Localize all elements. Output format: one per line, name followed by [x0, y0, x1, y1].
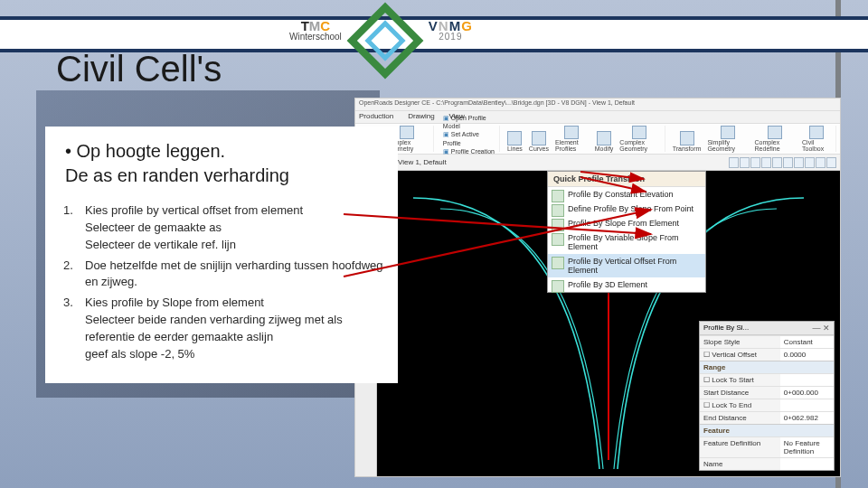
app-window: OpenRoads Designer CE - C:\ProgramData\B… [354, 98, 841, 477]
ribbon-complex2[interactable]: Complex Geometry [618, 126, 660, 152]
close-icon[interactable]: — ✕ [812, 324, 830, 333]
section-range: Range [700, 361, 834, 373]
row-vertical-offset: Vertical Offset0.0000 [700, 348, 834, 361]
set-active-profile[interactable]: Set Active Profile [443, 130, 495, 146]
dd-slope-from-element[interactable]: Profile By Slope From Element [548, 216, 705, 230]
tab-production[interactable]: Production [359, 112, 393, 122]
ribbon-lines[interactable]: Lines [505, 126, 524, 152]
ribbon-simplify[interactable]: Simplify Geometry [705, 126, 750, 152]
view-tool-5[interactable] [772, 157, 782, 168]
row-feature-def: Feature DefinitionNo Feature Definition [700, 436, 834, 457]
app-titlebar: OpenRoads Designer CE - C:\ProgramData\B… [355, 99, 840, 111]
palette-title: Profile By Sl... [703, 324, 749, 333]
view-tool-6[interactable] [783, 157, 793, 168]
modify2-icon [597, 131, 611, 145]
transform-icon [680, 131, 694, 145]
ribbon-curves[interactable]: Curves [527, 126, 551, 152]
row-slope-style: Slope StyleConstant [700, 335, 834, 348]
view-tool-1[interactable] [729, 157, 739, 168]
row-start-dist: Start Distance0+000.000 [700, 386, 834, 399]
view-tool-3[interactable] [750, 157, 760, 168]
lines-icon [507, 131, 522, 145]
row-name: Name [700, 457, 834, 470]
property-palette: Profile By Sl... — ✕ Slope StyleConstant… [699, 321, 835, 471]
drawing-canvas[interactable]: Quick Profile Transition Profile By Cons… [377, 171, 840, 476]
civil-toolbox-icon [809, 126, 824, 139]
section-feature: Feature [700, 424, 834, 436]
ribbon-complex-redef[interactable]: Complex Redefine [753, 126, 798, 152]
bullet-main: Op hoogte leggen. De as en randen verhar… [65, 139, 391, 188]
view-toolbar [729, 157, 836, 168]
view-tool-7[interactable] [794, 157, 804, 168]
app-ribbon: Modify Complex Geometry Open Profile Mod… [355, 124, 840, 155]
logo-group: TMC Winterschool VNMG 2019 [289, 0, 473, 60]
open-profile-model[interactable]: Open Profile Model [443, 114, 495, 130]
ribbon-profile-group: Open Profile Model Set Active Profile Pr… [439, 126, 500, 152]
complex-redef-icon [768, 126, 782, 139]
dd-variable-slope[interactable]: Profile By Variable Slope From Element [548, 230, 705, 254]
row-end-dist: End Distance0+062.982 [700, 411, 834, 424]
step-2: Doe hetzelfde met de snijlijn verharding… [61, 258, 391, 292]
step-2-text: Doe hetzelfde met de snijlijn verharding… [85, 258, 383, 289]
row-lock-start: Lock To Start [700, 373, 834, 386]
bullet-line1: Op hoogte leggen. De as en randen verhar… [65, 141, 289, 185]
vnmg-logo: VNMG 2019 [429, 19, 473, 42]
view-area: ◧ View 1, Default [377, 155, 840, 476]
complex-geom-icon [400, 126, 414, 139]
step-3: Kies profile by Slope from element Selec… [61, 295, 391, 362]
view-tool-8[interactable] [805, 157, 815, 168]
element-profiles-icon [564, 126, 579, 139]
step-1-text: Kies profile by vertical offset from ele… [85, 203, 303, 251]
complex2-icon [632, 126, 646, 139]
app-tabs: Production Drawing View [355, 111, 840, 124]
dd-constant-elev[interactable]: Profile By Constant Elevation [548, 187, 705, 202]
curves-icon [532, 131, 546, 145]
step-1: Kies profile by vertical offset from ele… [61, 202, 391, 254]
dd-3d-element[interactable]: Profile By 3D Element [548, 277, 705, 292]
row-lock-end: Lock To End [700, 399, 834, 411]
dropdown-header: Quick Profile Transition [548, 172, 705, 187]
palette-titlebar[interactable]: Profile By Sl... — ✕ [700, 322, 834, 335]
ribbon-transform[interactable]: Transform [671, 126, 703, 152]
dd-vertical-offset[interactable]: Profile By Vertical Offset From Element [548, 254, 705, 277]
dd-slope-from-point[interactable]: Define Profile By Slope From Point [548, 202, 705, 216]
text-content: Op hoogte leggen. De as en randen verhar… [45, 127, 398, 383]
view-tool-10[interactable] [826, 157, 836, 168]
ribbon-modify2[interactable]: Modify [593, 126, 616, 152]
tmc-logo: TMC Winterschool [289, 19, 342, 42]
page-title: Civil Cell's [56, 49, 222, 89]
simplify-icon [721, 126, 735, 139]
profile-dropdown: Quick Profile Transition Profile By Cons… [547, 171, 706, 293]
vnmg-year: 2019 [429, 33, 473, 42]
view-tool-4[interactable] [761, 157, 771, 168]
tab-drawing[interactable]: Drawing [408, 112, 434, 122]
view-tool-2[interactable] [740, 157, 750, 168]
step-3-text: Kies profile by Slope from element Selec… [85, 296, 343, 361]
view-header: ◧ View 1, Default [377, 155, 840, 171]
step-list: Kies profile by vertical offset from ele… [61, 202, 391, 363]
view-label: View 1, Default [398, 158, 447, 166]
tmc-subtitle: Winterschool [289, 33, 342, 42]
ribbon-element-profiles[interactable]: Element Profiles [553, 126, 590, 152]
ribbon-civil-toolbox[interactable]: Civil Toolbox [800, 126, 832, 152]
view-tool-9[interactable] [816, 157, 826, 168]
